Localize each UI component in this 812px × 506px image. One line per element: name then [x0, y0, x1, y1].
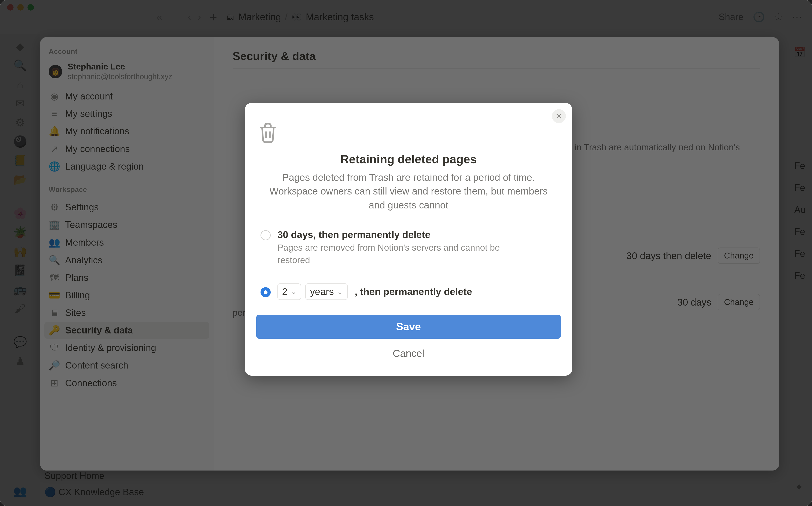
retention-number-value: 2 [282, 286, 287, 298]
retention-number-select[interactable]: 2 ⌄ [277, 283, 301, 300]
option2-suffix: , then permanently delete [355, 286, 472, 298]
save-button[interactable]: Save [256, 315, 561, 339]
modal-title: Retaining deleted pages [256, 152, 561, 166]
option1-subtitle: Pages are removed from Notion's servers … [277, 242, 531, 266]
trash-icon [256, 120, 280, 145]
chevron-down-icon: ⌄ [337, 287, 343, 296]
retention-unit-value: years [310, 286, 334, 298]
radio-30days[interactable] [261, 230, 271, 240]
modal-description: Pages deleted from Trash are retained fo… [256, 171, 561, 212]
chevron-down-icon: ⌄ [290, 287, 296, 296]
app-window: « ‹ › ＋ 🗂 Marketing / 👀 Marketing tasks … [0, 0, 812, 506]
retention-modal: ✕ Retaining deleted pages Pages deleted … [245, 103, 572, 376]
cancel-button[interactable]: Cancel [256, 342, 561, 365]
close-modal-button[interactable]: ✕ [552, 109, 566, 123]
retention-option-30days[interactable]: 30 days, then permanently delete Pages a… [256, 225, 561, 271]
retention-option-custom[interactable]: 2 ⌄ years ⌄ , then permanently delete [256, 279, 561, 304]
retention-unit-select[interactable]: years ⌄ [306, 283, 348, 300]
radio-custom[interactable] [261, 287, 271, 298]
option1-title: 30 days, then permanently delete [277, 229, 531, 240]
